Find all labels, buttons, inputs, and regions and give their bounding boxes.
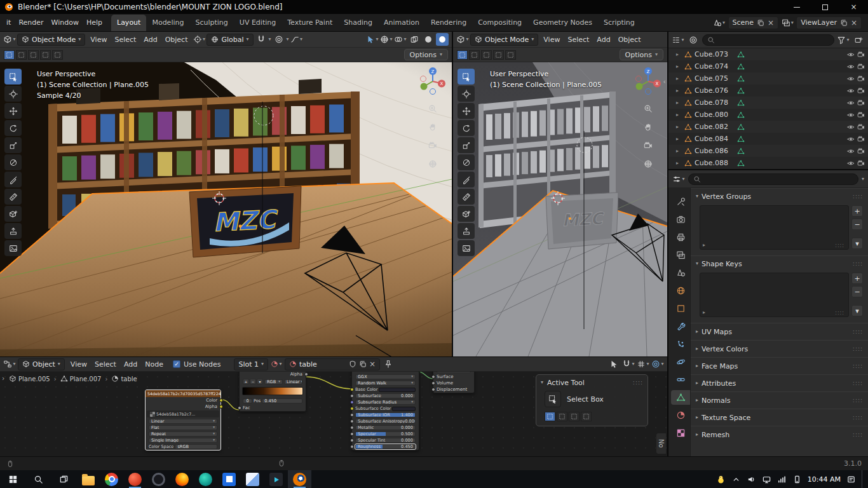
- display-mode-dropdown[interactable]: [687, 34, 700, 46]
- menu-it[interactable]: it: [3, 18, 15, 27]
- breadcrumb-table[interactable]: table: [111, 375, 137, 383]
- panel-vertex-colors[interactable]: ▸Vertex Colors::::: [691, 340, 868, 357]
- tool-cursor[interactable]: [458, 86, 475, 102]
- unlink-material-button[interactable]: ×: [369, 360, 376, 368]
- select-mode-invert[interactable]: [40, 50, 51, 60]
- action-center-icon[interactable]: [846, 475, 856, 484]
- camera-visibility-icon[interactable]: [857, 123, 865, 131]
- tool-measure[interactable]: [4, 189, 22, 205]
- properties-tab-scene[interactable]: [671, 266, 690, 280]
- snap-magnet-toggle[interactable]: ▾: [622, 358, 635, 370]
- outliner-row-cube-074[interactable]: ▸ Cube.074: [668, 60, 868, 72]
- transform-orientation-dropdown[interactable]: Global▾: [207, 34, 253, 46]
- active-tool-icon[interactable]: [545, 391, 561, 407]
- shape-keys-list[interactable]: ▸ ::::: [700, 273, 849, 317]
- tool-annotate[interactable]: [458, 172, 475, 187]
- hidden-icons-chevron[interactable]: [731, 475, 741, 484]
- start-button[interactable]: [0, 470, 25, 488]
- select-mode-subtract[interactable]: [28, 50, 39, 60]
- source-dropdown[interactable]: Single Image▾: [146, 437, 220, 444]
- material-output-node[interactable]: All▾ SurfaceVolumeDisplacement: [433, 372, 475, 393]
- overlays-dropdown[interactable]: ▾: [394, 33, 407, 46]
- sidebar-tab-node[interactable]: No: [656, 433, 666, 454]
- bsdf-row-specular-tint[interactable]: Specular Tint0.000: [352, 437, 419, 444]
- outliner-row-cube-082[interactable]: ▸ Cube.082: [668, 121, 868, 133]
- workspace-tab-uv-editing[interactable]: UV Editing: [234, 15, 281, 31]
- workspace-tab-compositing[interactable]: Compositing: [472, 15, 527, 31]
- viewport-canvas[interactable]: MZC User Perspective (1) Scene Collectio…: [0, 62, 452, 356]
- task-view-button[interactable]: [51, 470, 76, 488]
- menu-help[interactable]: Help: [83, 18, 106, 27]
- properties-tab-object[interactable]: [671, 301, 690, 316]
- select-mode-extend[interactable]: [469, 50, 480, 60]
- panel-shape-keys-header[interactable]: ▾Shape Keys::::: [691, 255, 868, 271]
- tool-annotate[interactable]: [4, 172, 22, 187]
- hide-eye-icon[interactable]: [847, 75, 855, 83]
- material-slot-dropdown[interactable]: Slot 1▾: [234, 358, 268, 370]
- select-mode-new[interactable]: [4, 50, 15, 60]
- phone-link-icon[interactable]: [792, 475, 802, 484]
- select-mode-intersect[interactable]: [505, 50, 516, 60]
- node-output[interactable]: Alpha: [240, 372, 306, 377]
- expand-arrow-icon[interactable]: ▸: [676, 100, 682, 105]
- hide-eye-icon[interactable]: [847, 99, 855, 107]
- zoom-button[interactable]: [426, 102, 439, 115]
- taskbar-app-file-explorer[interactable]: [76, 470, 100, 488]
- viewport-menu-select[interactable]: Select: [564, 36, 593, 44]
- bsdf-row-subsurface[interactable]: Subsurface0.000: [352, 393, 419, 399]
- ortho-grid-button[interactable]: [426, 158, 439, 170]
- workspace-tab-texture-paint[interactable]: Texture Paint: [281, 15, 338, 31]
- ramp-interpolation-dropdown[interactable]: Linear▾: [284, 379, 302, 384]
- outliner-row-cube-086[interactable]: ▸ Cube.086: [668, 145, 868, 157]
- viewport-menu-add[interactable]: Add: [593, 36, 614, 44]
- node-canvas[interactable]: › Plane.005›Plane.007›table 54deb58a17b2…: [0, 372, 667, 456]
- camera-visibility-icon[interactable]: [857, 63, 865, 71]
- outliner-row-cube-088[interactable]: ▸ Cube.088: [668, 157, 868, 169]
- mode-dropdown[interactable]: Object Mode▾: [17, 34, 85, 46]
- taskbar-clock[interactable]: 10:44 AM: [808, 475, 841, 484]
- gizmos-dropdown[interactable]: ▾: [380, 33, 393, 46]
- properties-tab-tool[interactable]: [671, 194, 690, 209]
- material-browse-dropdown[interactable]: ▾: [270, 358, 283, 370]
- proportional-editing-toggle[interactable]: [273, 33, 285, 46]
- close-button[interactable]: ×: [839, 0, 868, 14]
- properties-tab-physics[interactable]: [671, 355, 690, 369]
- image-texture-node[interactable]: 54deb58a17b2c7d70035d5787ff2243.jp Color…: [145, 390, 221, 451]
- use-nodes-checkbox[interactable]: ✓Use Nodes: [173, 360, 221, 369]
- shader-menu-view[interactable]: View: [67, 360, 91, 369]
- shading-solid-button[interactable]: [422, 33, 435, 46]
- viewport-canvas[interactable]: MZC User Perspective (1) Scene Collectio…: [453, 62, 667, 356]
- remove-shape-key-button[interactable]: −: [851, 286, 863, 297]
- properties-tab-material[interactable]: [671, 408, 690, 423]
- properties-editor-icon[interactable]: ▾: [672, 173, 685, 186]
- taskbar-app-blender[interactable]: [288, 470, 311, 488]
- visibility-dropdown[interactable]: ▾: [366, 33, 379, 46]
- outliner-row-cube-078[interactable]: ▸ Cube.078: [668, 97, 868, 109]
- network-icon[interactable]: [762, 475, 771, 484]
- hide-eye-icon[interactable]: [847, 63, 855, 71]
- taskbar-app-app-blue-tile[interactable]: [217, 470, 241, 488]
- list-resize-grip[interactable]: ::::: [835, 243, 844, 248]
- hide-eye-icon[interactable]: [847, 135, 855, 143]
- hide-eye-icon[interactable]: [847, 147, 855, 155]
- shading-rendered-button[interactable]: [436, 33, 449, 46]
- workspace-tab-animation[interactable]: Animation: [378, 15, 425, 31]
- taskbar-app-app-dark-tile[interactable]: [264, 470, 288, 488]
- volume-icon[interactable]: [747, 475, 756, 484]
- new-material-copy-icon[interactable]: [359, 360, 367, 368]
- camera-visibility-icon[interactable]: [857, 135, 865, 143]
- copy-icon[interactable]: [840, 19, 848, 27]
- pin-icon[interactable]: [382, 358, 395, 370]
- pan-hand-button[interactable]: [426, 121, 439, 133]
- tool-scale[interactable]: [458, 137, 475, 153]
- hide-eye-icon[interactable]: [847, 123, 855, 131]
- tool-extra-tool-2[interactable]: [4, 240, 22, 256]
- pan-hand-button[interactable]: [642, 121, 654, 133]
- taskbar-app-app-red-circle[interactable]: [123, 470, 147, 488]
- viewport-menu-object[interactable]: Object: [614, 36, 645, 44]
- viewport-menu-view[interactable]: View: [539, 36, 564, 44]
- workspace-tab-layout[interactable]: Layout: [111, 15, 146, 31]
- tool-move[interactable]: [4, 103, 22, 119]
- shader-type-dropdown[interactable]: Object▾: [18, 358, 65, 370]
- expand-arrow-icon[interactable]: ▸: [676, 76, 682, 81]
